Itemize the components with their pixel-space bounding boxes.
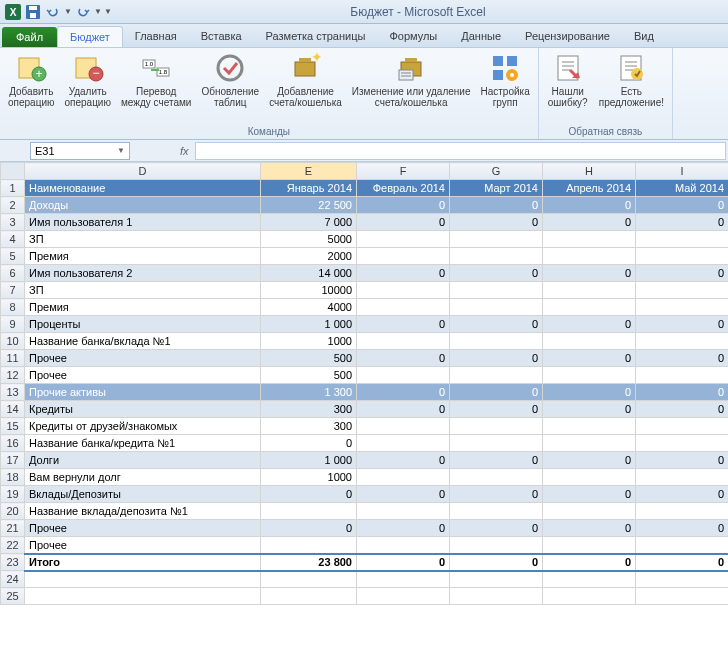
cell[interactable]: 300	[261, 401, 357, 418]
cell[interactable]	[261, 588, 357, 605]
file-tab[interactable]: Файл	[2, 27, 57, 47]
cell[interactable]: 0	[357, 214, 450, 231]
cell[interactable]: 0	[357, 316, 450, 333]
cell[interactable]: 0	[636, 401, 729, 418]
cell[interactable]: 5000	[261, 231, 357, 248]
row-header[interactable]: 21	[1, 520, 25, 537]
cell[interactable]: 1 000	[261, 452, 357, 469]
row-header[interactable]: 23	[1, 554, 25, 571]
select-all-corner[interactable]	[1, 163, 25, 180]
cell[interactable]	[636, 503, 729, 520]
row-header[interactable]: 19	[1, 486, 25, 503]
cell[interactable]: Май 2014	[636, 180, 729, 197]
cell[interactable]	[357, 248, 450, 265]
cell[interactable]: 0	[543, 350, 636, 367]
cell[interactable]: Кредиты	[25, 401, 261, 418]
cell[interactable]: 0	[261, 435, 357, 452]
row-header[interactable]: 15	[1, 418, 25, 435]
redo-icon[interactable]	[74, 3, 92, 21]
cell[interactable]: Прочее	[25, 537, 261, 554]
cell[interactable]: Прочие активы	[25, 384, 261, 401]
row-header[interactable]: 14	[1, 401, 25, 418]
cell[interactable]	[261, 537, 357, 554]
cell[interactable]	[543, 503, 636, 520]
cell[interactable]: 0	[357, 197, 450, 214]
row-header[interactable]: 22	[1, 537, 25, 554]
qat-customize-icon[interactable]: ▼	[104, 7, 112, 16]
undo-icon[interactable]	[44, 3, 62, 21]
cell[interactable]: 0	[636, 486, 729, 503]
cell[interactable]: 1000	[261, 333, 357, 350]
ribbon-button[interactable]: +Добавитьоперацию	[4, 50, 58, 124]
cell[interactable]	[450, 469, 543, 486]
cell[interactable]: 0	[450, 214, 543, 231]
cell[interactable]: Имя пользователя 1	[25, 214, 261, 231]
cell[interactable]	[450, 231, 543, 248]
cell[interactable]: 1 000	[261, 316, 357, 333]
cell[interactable]: 0	[543, 384, 636, 401]
cell[interactable]: Январь 2014	[261, 180, 357, 197]
cell[interactable]	[357, 231, 450, 248]
row-header[interactable]: 16	[1, 435, 25, 452]
cell[interactable]: 0	[357, 554, 450, 571]
cell[interactable]: 0	[636, 214, 729, 231]
cell[interactable]	[450, 367, 543, 384]
cell[interactable]	[261, 571, 357, 588]
cell[interactable]: 0	[543, 520, 636, 537]
cell[interactable]	[543, 367, 636, 384]
row-header[interactable]: 1	[1, 180, 25, 197]
cell[interactable]	[450, 435, 543, 452]
tab-главная[interactable]: Главная	[123, 26, 189, 47]
cell[interactable]: 0	[450, 384, 543, 401]
cell[interactable]: 1 300	[261, 384, 357, 401]
row-header[interactable]: 10	[1, 333, 25, 350]
cell[interactable]	[357, 469, 450, 486]
cell[interactable]: Имя пользователя 2	[25, 265, 261, 282]
cell[interactable]: 23 800	[261, 554, 357, 571]
cell[interactable]: Премия	[25, 248, 261, 265]
cell[interactable]	[636, 248, 729, 265]
cell[interactable]: 0	[450, 265, 543, 282]
cell[interactable]	[543, 588, 636, 605]
column-header[interactable]: H	[543, 163, 636, 180]
row-header[interactable]: 20	[1, 503, 25, 520]
row-header[interactable]: 24	[1, 571, 25, 588]
cell[interactable]: Прочее	[25, 367, 261, 384]
cell[interactable]	[636, 367, 729, 384]
cell[interactable]: 0	[636, 197, 729, 214]
cell[interactable]: 0	[543, 316, 636, 333]
row-header[interactable]: 18	[1, 469, 25, 486]
cell[interactable]: Апрель 2014	[543, 180, 636, 197]
cell[interactable]: Премия	[25, 299, 261, 316]
tab-разметка страницы[interactable]: Разметка страницы	[254, 26, 378, 47]
cell[interactable]: 0	[636, 350, 729, 367]
cell[interactable]	[636, 571, 729, 588]
cell[interactable]: 300	[261, 418, 357, 435]
excel-icon[interactable]: X	[4, 3, 22, 21]
row-header[interactable]: 25	[1, 588, 25, 605]
cell[interactable]	[450, 282, 543, 299]
cell[interactable]: Итого	[25, 554, 261, 571]
ribbon-button[interactable]: Нашлиошибку?	[543, 50, 593, 124]
cell[interactable]: 10000	[261, 282, 357, 299]
cell[interactable]: 4000	[261, 299, 357, 316]
row-header[interactable]: 5	[1, 248, 25, 265]
cell[interactable]: 0	[357, 384, 450, 401]
cell[interactable]	[543, 469, 636, 486]
cell[interactable]	[357, 299, 450, 316]
cell[interactable]	[25, 588, 261, 605]
ribbon-button[interactable]: ✦Добавлениесчета/кошелька	[265, 50, 346, 124]
cell[interactable]	[543, 571, 636, 588]
cell[interactable]: 0	[450, 486, 543, 503]
cell[interactable]: 14 000	[261, 265, 357, 282]
cell[interactable]	[357, 435, 450, 452]
cell[interactable]: Вам вернули долг	[25, 469, 261, 486]
cell[interactable]: 0	[357, 265, 450, 282]
cell[interactable]: 0	[543, 452, 636, 469]
cell[interactable]: 0	[450, 350, 543, 367]
column-header[interactable]: F	[357, 163, 450, 180]
cell[interactable]: 0	[261, 520, 357, 537]
cell[interactable]: Долги	[25, 452, 261, 469]
cell[interactable]: 0	[636, 265, 729, 282]
column-header[interactable]: D	[25, 163, 261, 180]
